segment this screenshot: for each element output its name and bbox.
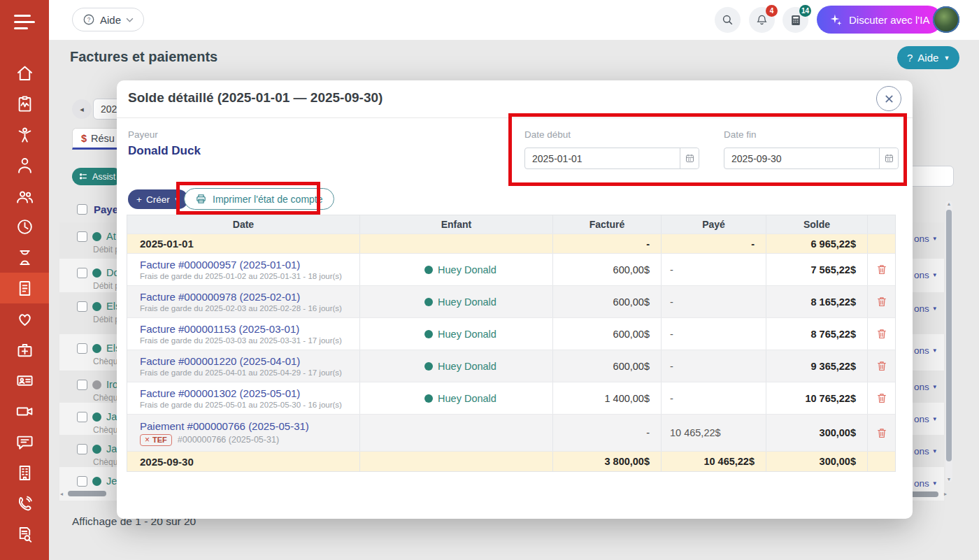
payment-row: Paiement #000000766 (2025-05-31)×TEF#000…: [127, 415, 895, 452]
delete-button[interactable]: [868, 382, 895, 414]
bell-icon: [755, 13, 769, 27]
sidebar-item-first-aid[interactable]: [0, 334, 49, 365]
summary-paye: -: [662, 234, 766, 253]
avatar[interactable]: [933, 6, 959, 33]
sidebar-item-home[interactable]: [0, 57, 49, 88]
calendar-badge: 14: [799, 5, 811, 17]
scroll-up-icon[interactable]: ▲: [945, 201, 952, 206]
create-button[interactable]: + Créer ▼: [128, 189, 188, 209]
scroll-left-icon[interactable]: ◂: [60, 491, 63, 497]
payment-link[interactable]: Paiement #000000766 (2025-05-31): [127, 420, 359, 432]
row-checkbox[interactable]: [77, 380, 87, 390]
invoice-link[interactable]: Facture #000000978 (2025-02-01): [127, 291, 359, 303]
row-checkbox[interactable]: [77, 301, 87, 312]
sidebar-item-facility[interactable]: [0, 457, 49, 488]
facture-amount: 600,00$: [553, 318, 662, 350]
payer-name-partial[interactable]: Ja: [106, 411, 117, 422]
child-dot-icon: [424, 394, 433, 403]
row-checkbox[interactable]: [77, 444, 87, 454]
row-checkbox[interactable]: [77, 268, 87, 278]
date-start-calendar-button[interactable]: [680, 148, 699, 168]
select-all-checkbox[interactable]: [77, 204, 87, 215]
date-end-calendar-button[interactable]: [879, 148, 898, 168]
sidebar-item-educators[interactable]: [0, 150, 49, 180]
delete-button[interactable]: [868, 350, 895, 382]
calendar-button[interactable]: 14: [783, 7, 808, 33]
child-name-link[interactable]: Huey Donald: [438, 361, 496, 372]
vertical-scrollbar-thumb[interactable]: [946, 210, 952, 461]
scroll-down-icon[interactable]: ▼: [945, 477, 952, 482]
col-header-facture: Facturé: [553, 215, 662, 234]
menu-toggle-icon[interactable]: [14, 15, 36, 31]
sidebar-item-calls[interactable]: [0, 488, 49, 519]
sidebar-item-clipboard[interactable]: [0, 88, 49, 119]
sparkle-icon: [829, 13, 843, 27]
scroll-right-icon[interactable]: ▸: [944, 491, 947, 497]
invoice-subtitle: Frais de garde du 2025-02-03 au 2025-02-…: [127, 303, 359, 313]
child-name-link[interactable]: Huey Donald: [438, 264, 496, 275]
caret-down-icon: ▼: [932, 480, 938, 487]
chat-ai-button[interactable]: Discuter avec l'IA: [817, 6, 942, 34]
invoice-link[interactable]: Facture #000001220 (2025-04-01): [127, 355, 359, 367]
chevron-down-icon: [126, 17, 134, 22]
payer-row: DoDébit p: [59, 259, 117, 292]
row-checkbox[interactable]: [77, 231, 87, 242]
child-name-link[interactable]: Huey Donald: [438, 329, 496, 340]
invoice-link[interactable]: Facture #000001302 (2025-05-01): [127, 387, 359, 399]
paye-amount: -: [662, 382, 766, 414]
invoice-row: Facture #000001220 (2025-04-01)Frais de …: [127, 350, 895, 382]
row-checkbox[interactable]: [77, 412, 87, 422]
date-end-input[interactable]: [724, 148, 879, 168]
child-name-link[interactable]: Huey Donald: [438, 296, 496, 308]
summary-facture: 3 800,00$: [553, 452, 662, 471]
payer-name-partial[interactable]: Iro: [106, 379, 117, 390]
summary-date: 2025-09-30: [127, 456, 359, 468]
payer-name-partial[interactable]: Do: [106, 267, 117, 278]
caret-down-icon: ▼: [932, 347, 938, 354]
search-button[interactable]: [715, 7, 741, 33]
payer-name-partial[interactable]: Els: [106, 343, 117, 354]
solde-amount: 7 565,22$: [766, 254, 868, 285]
payer-name-partial[interactable]: Ja: [106, 443, 117, 454]
payer-column-header: Paye: [94, 203, 118, 215]
assistant-button[interactable]: Assist: [72, 168, 122, 185]
print-statement-button[interactable]: Imprimer l'état de compte: [184, 188, 334, 210]
notifications-button[interactable]: 4: [749, 7, 775, 33]
sidebar-item-groups[interactable]: [0, 180, 49, 211]
invoice-link[interactable]: Facture #000001153 (2025-03-01): [127, 323, 359, 335]
sidebar-item-reports[interactable]: [0, 519, 49, 550]
prev-year-button[interactable]: ◂: [72, 99, 92, 119]
paye-amount: -: [662, 318, 766, 350]
payment-method-partial: Chèqu: [59, 354, 117, 366]
delete-button[interactable]: [868, 415, 895, 451]
payer-name-partial[interactable]: At: [106, 231, 116, 242]
page-help-button[interactable]: ? Aide ▼: [897, 46, 959, 69]
sidebar-item-children[interactable]: [0, 119, 49, 150]
sidebar-item-health[interactable]: [0, 303, 49, 334]
sidebar-item-invoices[interactable]: [0, 273, 49, 303]
child-name-link[interactable]: Huey Donald: [438, 393, 496, 404]
date-start-input[interactable]: [525, 148, 680, 168]
sidebar-item-video[interactable]: [0, 396, 49, 426]
delete-button[interactable]: [868, 254, 895, 285]
caret-down-icon: ▼: [932, 306, 938, 312]
delete-button[interactable]: [868, 286, 895, 317]
child-dot-icon: [424, 266, 433, 274]
summary-facture: -: [553, 234, 662, 253]
payer-name-partial[interactable]: Els: [106, 301, 117, 312]
modal-close-button[interactable]: [876, 86, 901, 111]
row-checkbox[interactable]: [77, 476, 87, 487]
sidebar-item-messages[interactable]: [0, 426, 49, 457]
chat-ai-label: Discuter avec l'IA: [849, 14, 929, 26]
vertical-scrollbar[interactable]: ▲ ▼: [945, 201, 952, 482]
help-dropdown[interactable]: ? Aide: [72, 8, 144, 31]
tef-badge: ×TEF: [140, 434, 172, 446]
delete-button[interactable]: [868, 318, 895, 350]
sidebar-item-schedule[interactable]: [0, 211, 49, 242]
h-scrollbar-thumb-left[interactable]: [68, 491, 106, 496]
payer-name-partial[interactable]: Je: [106, 475, 117, 487]
invoice-link[interactable]: Facture #000000957 (2025-01-01): [127, 259, 359, 271]
sidebar-item-id-card[interactable]: [0, 365, 49, 396]
row-checkbox[interactable]: [77, 343, 87, 354]
sidebar-item-waitlist[interactable]: [0, 242, 49, 273]
